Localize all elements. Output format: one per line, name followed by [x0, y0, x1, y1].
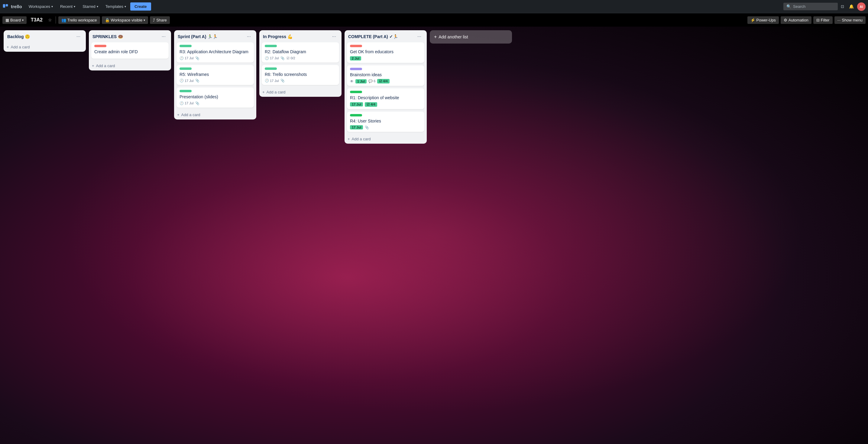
divider	[56, 16, 56, 24]
add-card-backlog[interactable]: + Add a card	[4, 42, 86, 52]
list-cards-complete-a: Get OK from educators 2 Jul Brainstorm i…	[345, 42, 427, 134]
card-title: R1: Description of website	[350, 95, 421, 101]
list-header-sprinkles: SPRINKLES 🍩 ···	[89, 30, 171, 42]
bell-icon: 🔔	[849, 4, 854, 9]
card-label-bright-green	[350, 114, 362, 116]
card-checklist-badge-green: ☑ 4/4	[377, 79, 389, 84]
card-create-admin-role-dfd[interactable]: Create admin role DFD	[91, 42, 168, 59]
card-date-badge-green: 1 Jul	[355, 79, 367, 84]
automation-button[interactable]: ⚙ Automation	[781, 16, 811, 24]
create-button[interactable]: Create	[130, 2, 151, 10]
list-header-complete-a: COMPLETE (Part A) ✓🏃 ···	[345, 30, 427, 42]
eye-icon: 👁	[350, 79, 353, 84]
card-label-green	[265, 67, 277, 70]
list-menu-button-backlog[interactable]: ···	[75, 33, 82, 40]
card-meta: 🕐 17 Jul 📎	[180, 56, 251, 60]
workspace-button[interactable]: 👥 Trello workspace	[58, 16, 100, 24]
card-title: Presentation (slides)	[180, 94, 251, 100]
plus-icon: +	[7, 45, 9, 49]
clock-icon: 🕐	[265, 56, 269, 60]
power-ups-icon: ⚡	[750, 18, 755, 22]
templates-menu[interactable]: Templates ▾	[102, 2, 129, 10]
list-sprint-a: Sprint (Part A) 🏃‍♂️🏃 ··· R3: Applicatio…	[174, 30, 256, 119]
workspaces-menu[interactable]: Workspaces ▾	[26, 2, 56, 10]
board-view-button[interactable]: ▦ Board ▾	[2, 16, 27, 24]
card-label-green	[265, 45, 277, 47]
add-card-sprinkles[interactable]: + Add a card	[89, 61, 171, 70]
clock-icon: 🕐	[265, 79, 269, 83]
show-menu-button[interactable]: ··· Show menu	[834, 16, 866, 24]
card-attach-badge: 📎	[195, 79, 199, 83]
card-brainstorm-ideas[interactable]: Brainstorm ideas 👁 1 Jul 💬 6 ☑ 4/4	[347, 65, 424, 86]
list-header-sprint-a: Sprint (Part A) 🏃‍♂️🏃 ···	[174, 30, 256, 42]
avatar[interactable]: Al	[857, 2, 866, 11]
notifications-button[interactable]: 🔔	[847, 2, 856, 10]
clock-icon: 🕐	[180, 101, 184, 105]
list-menu-button-in-progress[interactable]: ···	[330, 33, 338, 40]
card-r6-trello-screenshots[interactable]: R6: Trello screenshots 🕐 17 Jul 📎	[262, 65, 339, 85]
card-attach-badge: 📎	[365, 125, 369, 129]
menu-icon: ···	[837, 18, 841, 22]
list-title-sprint-a: Sprint (Part A) 🏃‍♂️🏃	[178, 34, 218, 39]
card-date-badge: 🕐 17 Jul	[265, 56, 279, 60]
card-checklist-badge-green: ☑ 4/4	[365, 102, 377, 107]
add-card-complete-a[interactable]: + Add a card	[345, 134, 427, 144]
list-menu-button-sprint-a[interactable]: ···	[245, 33, 253, 40]
add-card-sprint-a[interactable]: + Add a card	[174, 110, 256, 119]
plus-icon: +	[177, 113, 180, 117]
card-title: R4: User Stories	[350, 118, 421, 124]
list-backlog: Backlog 🙃 ··· + Add a card	[4, 30, 86, 52]
card-r4-user-stories[interactable]: R4: User Stories 17 Jul 📎	[347, 112, 424, 132]
card-presentation-slides[interactable]: Presentation (slides) 🕐 17 Jul 📎	[177, 87, 254, 108]
workspace-icon: 👥	[61, 18, 66, 22]
board-title: T3A2	[28, 16, 45, 24]
plus-icon: +	[92, 63, 94, 68]
list-title-in-progress: In Progress 💪	[263, 34, 292, 39]
share-icon: ⤴	[153, 18, 155, 22]
card-label-green	[180, 45, 192, 47]
open-boards-button[interactable]: ⊡	[839, 2, 846, 10]
card-comment-badge: 💬 6	[368, 79, 375, 83]
card-label-purple	[350, 68, 362, 70]
search-icon: 🔍	[786, 4, 791, 9]
card-attach-badge: 📎	[195, 101, 199, 105]
list-sprinkles: SPRINKLES 🍩 ··· Create admin role DFD + …	[89, 30, 171, 70]
card-date-badge: 🕐 17 Jul	[265, 79, 279, 83]
list-cards-sprinkles: Create admin role DFD	[89, 42, 171, 61]
filter-button[interactable]: ⊟ Filter	[813, 16, 833, 24]
clock-icon: 🕐	[180, 56, 184, 60]
card-r5-wireframes[interactable]: R5: Wireframes 🕐 17 Jul 📎	[177, 65, 254, 85]
card-date-badge: 🕐 17 Jul	[180, 56, 193, 60]
starred-menu[interactable]: Starred ▾	[80, 2, 101, 10]
card-attach-badge: 📎	[280, 79, 285, 83]
chevron-down-icon: ▾	[51, 5, 53, 8]
lock-icon: 🔒	[105, 18, 110, 22]
list-menu-button-complete-a[interactable]: ···	[415, 33, 423, 40]
star-button[interactable]: ☆	[47, 16, 53, 24]
power-ups-button[interactable]: ⚡ Power-Ups	[747, 16, 779, 24]
add-card-in-progress[interactable]: + Add a card	[259, 87, 342, 97]
card-r1-description[interactable]: R1: Description of website 17 Jul ☑ 4/4	[347, 88, 424, 109]
card-meta: 🕐 17 Jul 📎	[180, 101, 251, 105]
card-r3-architecture[interactable]: R3: Application Architecture Diagram 🕐 1…	[177, 42, 254, 63]
card-date-badge: 🕐 17 Jul	[180, 79, 193, 83]
search-bar[interactable]: 🔍 Search	[783, 3, 838, 10]
card-meta: 17 Jul 📎	[350, 125, 421, 129]
list-cards-sprint-a: R3: Application Architecture Diagram 🕐 1…	[174, 42, 256, 110]
share-button[interactable]: ⤴ Share	[150, 16, 170, 24]
card-r2-dataflow[interactable]: R2: Dataflow Diagram 🕐 17 Jul 📎 ☑ 0/2	[262, 42, 339, 63]
workspace-visible-button[interactable]: 🔒 Workspace visible ▾	[102, 16, 148, 24]
clock-icon: 🕐	[180, 79, 184, 83]
card-title: R5: Wireframes	[180, 72, 251, 78]
list-menu-button-sprinkles[interactable]: ···	[160, 33, 167, 40]
card-date-badge: 🕐 17 Jul	[180, 101, 193, 105]
recent-menu[interactable]: Recent ▾	[57, 2, 78, 10]
card-get-ok-educators[interactable]: Get OK from educators 2 Jul	[347, 42, 424, 63]
add-list-button[interactable]: + Add another list	[430, 30, 512, 43]
card-date-badge-green: 17 Jul	[350, 125, 363, 129]
svg-rect-0	[3, 4, 5, 7]
plus-icon: +	[347, 137, 350, 141]
card-checklist-badge: ☑ 0/2	[286, 56, 295, 60]
svg-rect-1	[6, 4, 8, 6]
card-label-green	[180, 90, 192, 92]
